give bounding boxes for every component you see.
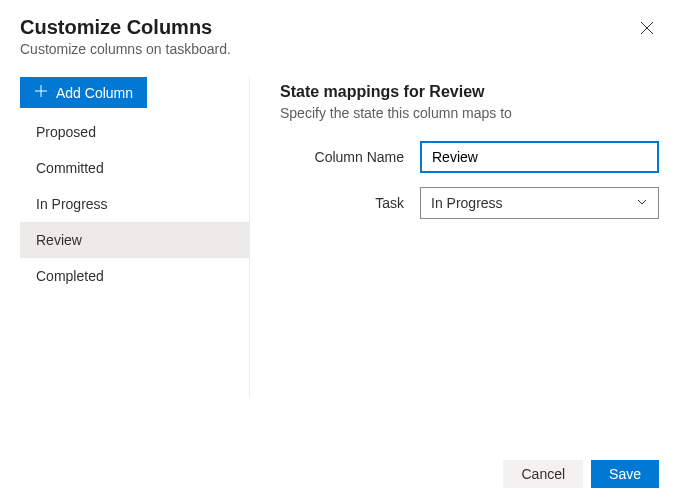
column-item-label: Proposed [36,124,96,140]
dialog-title: Customize Columns [20,16,231,39]
add-column-button[interactable]: Add Column [20,77,147,108]
dialog-body: Add Column Proposed Committed In Progres… [20,77,659,444]
task-label: Task [280,195,420,211]
columns-sidebar: Add Column Proposed Committed In Progres… [20,77,250,397]
panel-heading: State mappings for Review [280,83,659,101]
column-item-review[interactable]: Review [20,222,249,258]
column-item-label: Committed [36,160,104,176]
dialog-subtitle: Customize columns on taskboard. [20,41,231,57]
header-text: Customize Columns Customize columns on t… [20,16,231,57]
customize-columns-dialog: Customize Columns Customize columns on t… [0,0,679,504]
task-select-display: In Progress [420,187,659,219]
main-panel: State mappings for Review Specify the st… [250,77,659,444]
task-select[interactable]: In Progress [420,187,659,219]
close-button[interactable] [635,16,659,40]
task-select-value: In Progress [431,195,503,211]
column-list: Proposed Committed In Progress Review Co… [20,114,249,294]
column-item-label: Completed [36,268,104,284]
column-item-completed[interactable]: Completed [20,258,249,294]
plus-icon [34,84,48,101]
save-button[interactable]: Save [591,460,659,488]
column-name-label: Column Name [280,149,420,165]
panel-subtitle: Specify the state this column maps to [280,105,659,121]
chevron-down-icon [636,195,648,211]
column-name-row: Column Name [280,141,659,173]
add-column-label: Add Column [56,85,133,101]
task-row: Task In Progress [280,187,659,219]
close-icon [639,24,655,39]
column-item-committed[interactable]: Committed [20,150,249,186]
cancel-button[interactable]: Cancel [503,460,583,488]
dialog-footer: Cancel Save [20,444,659,488]
dialog-header: Customize Columns Customize columns on t… [20,16,659,57]
column-item-proposed[interactable]: Proposed [20,114,249,150]
column-item-in-progress[interactable]: In Progress [20,186,249,222]
column-item-label: Review [36,232,82,248]
column-name-input[interactable] [420,141,659,173]
column-item-label: In Progress [36,196,108,212]
